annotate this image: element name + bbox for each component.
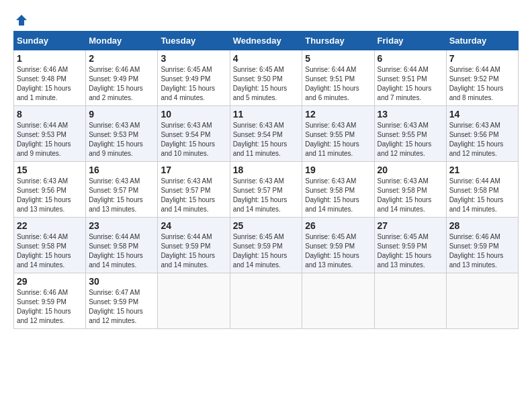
day-number: 29 bbox=[17, 276, 83, 287]
logo bbox=[13, 13, 28, 24]
day-number: 30 bbox=[89, 276, 154, 287]
calendar-cell: 2Sunrise: 6:46 AM Sunset: 9:49 PM Daylig… bbox=[86, 50, 158, 106]
calendar-cell bbox=[158, 273, 230, 329]
day-info: Sunrise: 6:43 AM Sunset: 9:53 PM Dayligh… bbox=[89, 121, 154, 158]
calendar-cell: 14Sunrise: 6:43 AM Sunset: 9:56 PM Dayli… bbox=[446, 106, 518, 162]
calendar-cell: 29Sunrise: 6:46 AM Sunset: 9:59 PM Dayli… bbox=[14, 273, 86, 329]
day-info: Sunrise: 6:44 AM Sunset: 9:52 PM Dayligh… bbox=[449, 65, 515, 103]
day-number: 7 bbox=[449, 53, 515, 64]
column-header-wednesday: Wednesday bbox=[230, 32, 302, 50]
calendar-cell: 21Sunrise: 6:44 AM Sunset: 9:58 PM Dayli… bbox=[446, 162, 518, 218]
calendar-cell bbox=[230, 273, 302, 329]
column-header-friday: Friday bbox=[374, 32, 446, 50]
calendar-cell: 20Sunrise: 6:43 AM Sunset: 9:58 PM Dayli… bbox=[374, 162, 446, 218]
day-info: Sunrise: 6:43 AM Sunset: 9:57 PM Dayligh… bbox=[233, 177, 300, 214]
day-info: Sunrise: 6:43 AM Sunset: 9:57 PM Dayligh… bbox=[89, 177, 154, 214]
day-number: 14 bbox=[449, 109, 515, 120]
day-number: 28 bbox=[449, 220, 515, 231]
day-number: 22 bbox=[17, 220, 83, 231]
calendar-week-3: 15Sunrise: 6:43 AM Sunset: 9:56 PM Dayli… bbox=[14, 162, 519, 218]
header bbox=[13, 13, 519, 24]
day-number: 2 bbox=[89, 53, 154, 64]
calendar-table: SundayMondayTuesdayWednesdayThursdayFrid… bbox=[13, 31, 519, 329]
day-number: 3 bbox=[161, 53, 226, 64]
calendar-cell: 24Sunrise: 6:44 AM Sunset: 9:59 PM Dayli… bbox=[158, 218, 230, 273]
calendar-cell: 15Sunrise: 6:43 AM Sunset: 9:56 PM Dayli… bbox=[14, 162, 86, 218]
day-info: Sunrise: 6:44 AM Sunset: 9:58 PM Dayligh… bbox=[449, 177, 515, 214]
column-header-saturday: Saturday bbox=[446, 32, 518, 50]
calendar-cell: 13Sunrise: 6:43 AM Sunset: 9:55 PM Dayli… bbox=[374, 106, 446, 162]
day-info: Sunrise: 6:45 AM Sunset: 9:49 PM Dayligh… bbox=[161, 65, 226, 103]
calendar-cell: 26Sunrise: 6:45 AM Sunset: 9:59 PM Dayli… bbox=[302, 218, 374, 273]
calendar-week-4: 22Sunrise: 6:44 AM Sunset: 9:58 PM Dayli… bbox=[14, 218, 519, 273]
calendar-cell: 1Sunrise: 6:46 AM Sunset: 9:48 PM Daylig… bbox=[14, 50, 86, 106]
day-info: Sunrise: 6:43 AM Sunset: 9:56 PM Dayligh… bbox=[449, 121, 515, 158]
calendar-cell: 9Sunrise: 6:43 AM Sunset: 9:53 PM Daylig… bbox=[86, 106, 158, 162]
calendar-cell: 28Sunrise: 6:46 AM Sunset: 9:59 PM Dayli… bbox=[446, 218, 518, 273]
calendar-week-2: 8Sunrise: 6:44 AM Sunset: 9:53 PM Daylig… bbox=[14, 106, 519, 162]
day-info: Sunrise: 6:45 AM Sunset: 9:50 PM Dayligh… bbox=[233, 65, 300, 103]
day-info: Sunrise: 6:45 AM Sunset: 9:59 PM Dayligh… bbox=[305, 232, 371, 270]
calendar-week-1: 1Sunrise: 6:46 AM Sunset: 9:48 PM Daylig… bbox=[14, 50, 519, 106]
day-number: 21 bbox=[449, 165, 515, 175]
day-number: 12 bbox=[305, 109, 371, 120]
day-number: 25 bbox=[233, 220, 300, 231]
day-number: 20 bbox=[378, 165, 443, 175]
day-info: Sunrise: 6:44 AM Sunset: 9:58 PM Dayligh… bbox=[17, 232, 83, 270]
day-number: 8 bbox=[17, 109, 83, 120]
day-number: 24 bbox=[161, 220, 226, 231]
day-number: 11 bbox=[233, 109, 300, 120]
calendar-header-row: SundayMondayTuesdayWednesdayThursdayFrid… bbox=[14, 32, 519, 50]
calendar-cell: 11Sunrise: 6:43 AM Sunset: 9:54 PM Dayli… bbox=[230, 106, 302, 162]
calendar-cell: 17Sunrise: 6:43 AM Sunset: 9:57 PM Dayli… bbox=[158, 162, 230, 218]
calendar-cell: 25Sunrise: 6:45 AM Sunset: 9:59 PM Dayli… bbox=[230, 218, 302, 273]
day-number: 16 bbox=[89, 165, 154, 175]
day-number: 23 bbox=[89, 220, 154, 231]
day-info: Sunrise: 6:44 AM Sunset: 9:58 PM Dayligh… bbox=[89, 232, 154, 270]
calendar-cell: 19Sunrise: 6:43 AM Sunset: 9:58 PM Dayli… bbox=[302, 162, 374, 218]
calendar-cell: 7Sunrise: 6:44 AM Sunset: 9:52 PM Daylig… bbox=[446, 50, 518, 106]
logo-icon bbox=[15, 13, 28, 27]
day-info: Sunrise: 6:43 AM Sunset: 9:58 PM Dayligh… bbox=[305, 177, 371, 214]
day-number: 13 bbox=[378, 109, 443, 120]
day-info: Sunrise: 6:44 AM Sunset: 9:51 PM Dayligh… bbox=[378, 65, 443, 103]
day-number: 19 bbox=[305, 165, 371, 175]
calendar-cell: 6Sunrise: 6:44 AM Sunset: 9:51 PM Daylig… bbox=[374, 50, 446, 106]
day-number: 1 bbox=[17, 53, 83, 64]
day-number: 15 bbox=[17, 165, 83, 175]
day-info: Sunrise: 6:46 AM Sunset: 9:59 PM Dayligh… bbox=[449, 232, 515, 270]
calendar-cell bbox=[446, 273, 518, 329]
day-number: 26 bbox=[305, 220, 371, 231]
day-number: 27 bbox=[378, 220, 443, 231]
column-header-thursday: Thursday bbox=[302, 32, 374, 50]
day-number: 10 bbox=[161, 109, 226, 120]
day-number: 5 bbox=[305, 53, 371, 64]
day-info: Sunrise: 6:45 AM Sunset: 9:59 PM Dayligh… bbox=[233, 232, 300, 270]
column-header-sunday: Sunday bbox=[14, 32, 86, 50]
calendar-cell: 3Sunrise: 6:45 AM Sunset: 9:49 PM Daylig… bbox=[158, 50, 230, 106]
svg-marker-0 bbox=[16, 15, 27, 26]
day-number: 4 bbox=[233, 53, 300, 64]
day-info: Sunrise: 6:46 AM Sunset: 9:49 PM Dayligh… bbox=[89, 65, 154, 103]
day-info: Sunrise: 6:43 AM Sunset: 9:54 PM Dayligh… bbox=[161, 121, 226, 158]
calendar-cell: 4Sunrise: 6:45 AM Sunset: 9:50 PM Daylig… bbox=[230, 50, 302, 106]
day-number: 17 bbox=[161, 165, 226, 175]
column-header-tuesday: Tuesday bbox=[158, 32, 230, 50]
day-info: Sunrise: 6:45 AM Sunset: 9:59 PM Dayligh… bbox=[378, 232, 443, 270]
day-number: 6 bbox=[378, 53, 443, 64]
calendar-cell: 27Sunrise: 6:45 AM Sunset: 9:59 PM Dayli… bbox=[374, 218, 446, 273]
calendar-cell: 10Sunrise: 6:43 AM Sunset: 9:54 PM Dayli… bbox=[158, 106, 230, 162]
day-info: Sunrise: 6:43 AM Sunset: 9:58 PM Dayligh… bbox=[378, 177, 443, 214]
day-info: Sunrise: 6:43 AM Sunset: 9:55 PM Dayligh… bbox=[305, 121, 371, 158]
day-info: Sunrise: 6:43 AM Sunset: 9:56 PM Dayligh… bbox=[17, 177, 83, 214]
calendar-cell bbox=[374, 273, 446, 329]
calendar-cell: 30Sunrise: 6:47 AM Sunset: 9:59 PM Dayli… bbox=[86, 273, 158, 329]
day-info: Sunrise: 6:46 AM Sunset: 9:48 PM Dayligh… bbox=[17, 65, 83, 103]
day-number: 18 bbox=[233, 165, 300, 175]
calendar-week-5: 29Sunrise: 6:46 AM Sunset: 9:59 PM Dayli… bbox=[14, 273, 519, 329]
calendar-cell: 18Sunrise: 6:43 AM Sunset: 9:57 PM Dayli… bbox=[230, 162, 302, 218]
calendar-cell bbox=[302, 273, 374, 329]
calendar-cell: 22Sunrise: 6:44 AM Sunset: 9:58 PM Dayli… bbox=[14, 218, 86, 273]
calendar-cell: 12Sunrise: 6:43 AM Sunset: 9:55 PM Dayli… bbox=[302, 106, 374, 162]
day-info: Sunrise: 6:44 AM Sunset: 9:53 PM Dayligh… bbox=[17, 121, 83, 158]
